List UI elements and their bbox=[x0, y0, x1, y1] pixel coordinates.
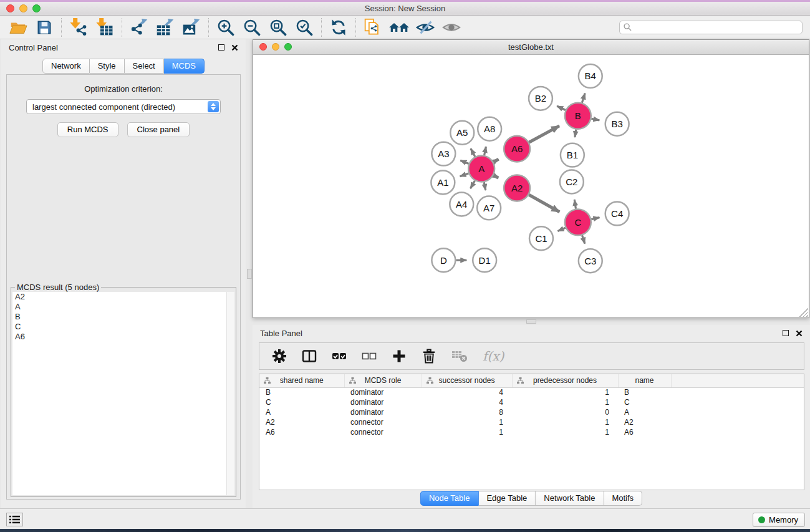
run-mcds-button[interactable]: Run MCDS bbox=[57, 122, 118, 137]
optimization-criterion-dropdown[interactable]: largest connected component (directed) bbox=[26, 99, 221, 114]
vertical-splitter-handle[interactable] bbox=[247, 269, 252, 279]
graph-node-A[interactable]: A bbox=[468, 156, 494, 182]
graph-edge-A-A7[interactable] bbox=[484, 182, 485, 190]
graph-edge-A-A5[interactable] bbox=[471, 148, 475, 157]
delete-table-button[interactable] bbox=[451, 349, 468, 363]
mcds-result-item[interactable]: A2 bbox=[12, 292, 234, 302]
zoom-out-button[interactable] bbox=[239, 17, 265, 38]
graph-node-C4[interactable]: C4 bbox=[605, 201, 629, 225]
mcds-result-item[interactable]: A bbox=[12, 302, 234, 312]
save-session-button[interactable] bbox=[31, 17, 57, 38]
graph-node-A3[interactable]: A3 bbox=[432, 142, 455, 166]
show-all-button[interactable] bbox=[438, 17, 465, 38]
table-row[interactable]: A2connector11A2 bbox=[259, 417, 804, 427]
graph-edge-B-B2[interactable] bbox=[557, 106, 566, 110]
column-header-mcds-role[interactable]: MCDS role bbox=[344, 374, 422, 387]
graph-node-A5[interactable]: A5 bbox=[450, 121, 474, 145]
clone-network-button[interactable] bbox=[360, 17, 386, 38]
import-table-button[interactable] bbox=[92, 17, 118, 38]
open-session-button[interactable] bbox=[5, 17, 31, 38]
select-all-button[interactable] bbox=[332, 349, 347, 364]
graph-edge-A-A1[interactable] bbox=[460, 173, 469, 177]
network-window-titlebar[interactable]: testGlobe.txt bbox=[253, 40, 809, 55]
graph-node-D[interactable]: D bbox=[432, 248, 455, 272]
graph-edge-A6-B[interactable] bbox=[529, 126, 559, 142]
graph-edge-A-A3[interactable] bbox=[460, 160, 469, 163]
graph-node-C3[interactable]: C3 bbox=[579, 249, 602, 273]
zoom-fit-button[interactable] bbox=[265, 17, 291, 38]
network-canvas[interactable]: B4B2BB3A8A5A6A3B1AC2A1A2A4A7C4CC1C3DD1 bbox=[253, 56, 809, 317]
add-column-button[interactable] bbox=[392, 349, 407, 364]
graph-node-B4[interactable]: B4 bbox=[579, 64, 602, 88]
tab-network[interactable]: Network bbox=[42, 59, 90, 74]
table-row[interactable]: Bdominator41B bbox=[259, 387, 804, 397]
tab-node-table[interactable]: Node Table bbox=[420, 491, 479, 506]
table-row[interactable]: Cdominator41C bbox=[259, 397, 804, 407]
column-header-name[interactable]: name bbox=[618, 374, 671, 387]
graph-node-A4[interactable]: A4 bbox=[450, 192, 473, 216]
graph-edge-B-B3[interactable] bbox=[591, 118, 599, 120]
graph-edge-C-C2[interactable] bbox=[574, 200, 576, 209]
horizontal-splitter-handle[interactable] bbox=[526, 319, 536, 324]
graph-edge-C-C4[interactable] bbox=[591, 218, 599, 220]
graph-node-A1[interactable]: A1 bbox=[431, 171, 455, 195]
table-row[interactable]: Adominator80A bbox=[259, 407, 804, 417]
window-resize-grip[interactable] bbox=[799, 308, 808, 317]
deselect-all-button[interactable] bbox=[362, 349, 377, 364]
column-header-successor-nodes[interactable]: successor nodes bbox=[422, 374, 512, 387]
mcds-result-item[interactable]: B bbox=[12, 312, 234, 322]
import-network-button[interactable] bbox=[65, 17, 92, 38]
home-layout-button[interactable] bbox=[386, 17, 412, 38]
graph-node-A7[interactable]: A7 bbox=[477, 196, 501, 220]
show-panels-list-button[interactable] bbox=[6, 513, 23, 526]
graph-edge-A-A4[interactable] bbox=[470, 181, 475, 188]
graph-edge-C-C1[interactable] bbox=[557, 228, 565, 231]
export-image-button[interactable] bbox=[178, 17, 205, 38]
graph-edge-C-C3[interactable] bbox=[582, 235, 585, 243]
split-columns-button[interactable] bbox=[302, 349, 317, 364]
graph-node-B3[interactable]: B3 bbox=[605, 112, 629, 136]
tab-motifs[interactable]: Motifs bbox=[604, 491, 642, 506]
hide-selected-button[interactable] bbox=[412, 17, 438, 38]
graph-edge-B-B4[interactable] bbox=[582, 94, 585, 103]
graph-edge-A-A8[interactable] bbox=[485, 147, 486, 155]
delete-columns-button[interactable] bbox=[422, 349, 436, 364]
graph-node-C2[interactable]: C2 bbox=[560, 170, 584, 194]
close-panel-button-2[interactable]: Close panel bbox=[127, 122, 190, 137]
graph-edge-A2-C[interactable] bbox=[529, 195, 559, 212]
graph-node-B[interactable]: B bbox=[565, 103, 591, 129]
table-row[interactable]: A6connector11A6 bbox=[259, 427, 804, 437]
scrollbar-track[interactable] bbox=[226, 292, 234, 495]
close-table-panel-button[interactable] bbox=[796, 330, 803, 337]
close-panel-button[interactable] bbox=[231, 44, 238, 51]
graph-edge-A-A2[interactable] bbox=[493, 175, 498, 178]
float-table-panel-button[interactable] bbox=[783, 330, 789, 336]
export-table-button[interactable] bbox=[152, 17, 178, 38]
mcds-result-item[interactable]: C bbox=[12, 322, 234, 332]
zoom-in-button[interactable] bbox=[213, 17, 239, 38]
column-header-predecessor-nodes[interactable]: predecessor nodes bbox=[512, 374, 618, 387]
graph-node-C1[interactable]: C1 bbox=[529, 226, 553, 250]
graph-node-B2[interactable]: B2 bbox=[529, 87, 552, 110]
export-network-button[interactable] bbox=[126, 17, 152, 38]
tab-mcds[interactable]: MCDS bbox=[164, 59, 205, 74]
float-panel-button[interactable] bbox=[218, 44, 224, 51]
function-builder-button[interactable]: f(x) bbox=[483, 349, 504, 364]
graph-edge-B-B1[interactable] bbox=[575, 129, 576, 137]
graph-node-C[interactable]: C bbox=[565, 209, 591, 235]
graph-node-B1[interactable]: B1 bbox=[561, 143, 584, 167]
network-graph[interactable]: B4B2BB3A8A5A6A3B1AC2A1A2A4A7C4CC1C3DD1 bbox=[253, 56, 809, 317]
memory-button[interactable]: Memory bbox=[753, 513, 805, 527]
tab-network-table[interactable]: Network Table bbox=[536, 491, 604, 506]
tab-select[interactable]: Select bbox=[125, 59, 164, 74]
column-header-shared-name[interactable]: shared name bbox=[259, 374, 344, 387]
mcds-result-item[interactable]: A6 bbox=[12, 332, 234, 342]
search-input[interactable] bbox=[634, 22, 798, 32]
column-settings-button[interactable] bbox=[272, 349, 287, 364]
tab-edge-table[interactable]: Edge Table bbox=[478, 491, 536, 506]
refresh-view-button[interactable] bbox=[325, 17, 352, 38]
zoom-selected-button[interactable] bbox=[291, 17, 317, 38]
graph-edge-A-A6[interactable] bbox=[493, 159, 498, 162]
graph-node-A6[interactable]: A6 bbox=[504, 136, 530, 162]
graph-node-D1[interactable]: D1 bbox=[473, 248, 496, 272]
